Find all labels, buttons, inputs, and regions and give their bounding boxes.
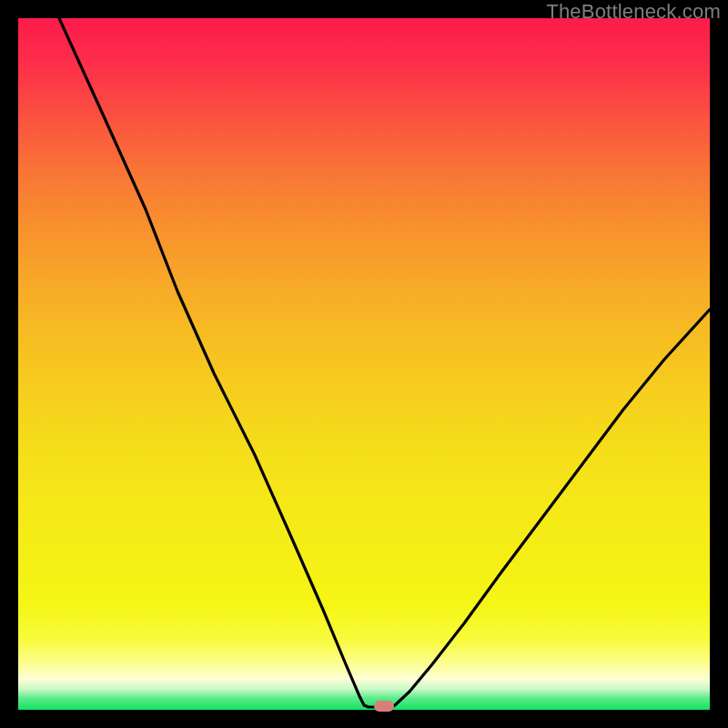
chart-stage: TheBottleneck.com xyxy=(0,0,728,728)
plot-area xyxy=(18,18,710,710)
min-marker xyxy=(374,701,394,712)
watermark-label: TheBottleneck.com xyxy=(546,0,721,24)
bottleneck-curve xyxy=(18,18,710,710)
